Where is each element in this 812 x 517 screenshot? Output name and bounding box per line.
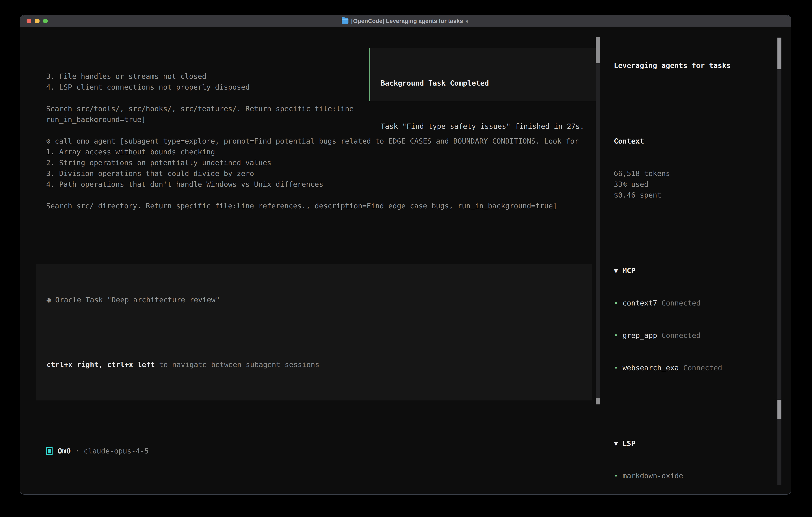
oracle-task-box: ◉ Oracle Task "Deep architecture review"…	[36, 264, 591, 401]
status-dot-icon: •	[614, 364, 618, 372]
window-title-text: [OpenCode] Leveraging agents for tasks	[351, 18, 463, 24]
mcp-section-heading[interactable]: ▼ MCP	[614, 265, 777, 276]
sidebar-scrollbar[interactable]	[777, 37, 781, 485]
toast-title: Background Task Completed	[381, 78, 599, 88]
main-scrollbar[interactable]	[596, 37, 600, 404]
agent-model: claude-opus-4-5	[84, 446, 149, 456]
agent-session-header[interactable]: OmO · claude-opus-4-5	[36, 446, 602, 456]
sidebar-scrollbar-thumb[interactable]	[777, 38, 781, 70]
spacer	[47, 327, 591, 338]
folder-icon	[342, 19, 348, 24]
lsp-item: •markdown-oxide	[614, 470, 777, 481]
main-scrollbar-cap[interactable]	[596, 398, 600, 404]
agent-separator: ·	[71, 446, 84, 456]
agent-name: OmO	[58, 446, 71, 456]
oracle-task-title: ◉ Oracle Task "Deep architecture review"	[47, 295, 591, 305]
toast-body: Task "Find type safety issues" finished …	[381, 121, 599, 132]
session-sidebar: Leveraging agents for tasks Context 66,5…	[614, 27, 777, 495]
lsp-section-heading[interactable]: ▼ LSP	[614, 438, 777, 449]
session-title: Leveraging agents for tasks	[614, 60, 777, 71]
mcp-item: •websearch_exaConnected	[614, 362, 777, 373]
context-heading: Context	[614, 136, 777, 146]
terminal-window: [OpenCode] Leveraging agents for tasks ◐…	[20, 15, 791, 495]
window-title: [OpenCode] Leveraging agents for tasks ◐	[342, 18, 469, 24]
fullscreen-button[interactable]	[43, 19, 48, 23]
window-titlebar[interactable]: [OpenCode] Leveraging agents for tasks ◐	[20, 16, 791, 27]
status-dot-icon: •	[614, 472, 618, 480]
status-dot-icon: •	[614, 331, 618, 339]
minimize-button[interactable]	[35, 19, 39, 23]
agent-square-icon	[46, 447, 53, 455]
oracle-task-hint: ctrl+x right, ctrl+x left to navigate be…	[47, 359, 591, 370]
sidebar-scrollbar-thumb-lower[interactable]	[777, 400, 781, 419]
mcp-item: •context7Connected	[614, 298, 777, 308]
keybinding-text: ctrl+x right, ctrl+x left	[47, 360, 155, 369]
close-button[interactable]	[27, 19, 31, 23]
mcp-item: •grep_appConnected	[614, 330, 777, 341]
traffic-lights	[27, 16, 48, 27]
main-scrollbar-thumb[interactable]	[596, 37, 600, 63]
toast-notification[interactable]: Background Task Completed Task "Find typ…	[370, 48, 600, 101]
moon-icon: ◐	[466, 18, 469, 24]
status-dot-icon: •	[614, 299, 618, 307]
context-stats: 66,518 tokens33% used$0.46 spent	[614, 168, 777, 200]
